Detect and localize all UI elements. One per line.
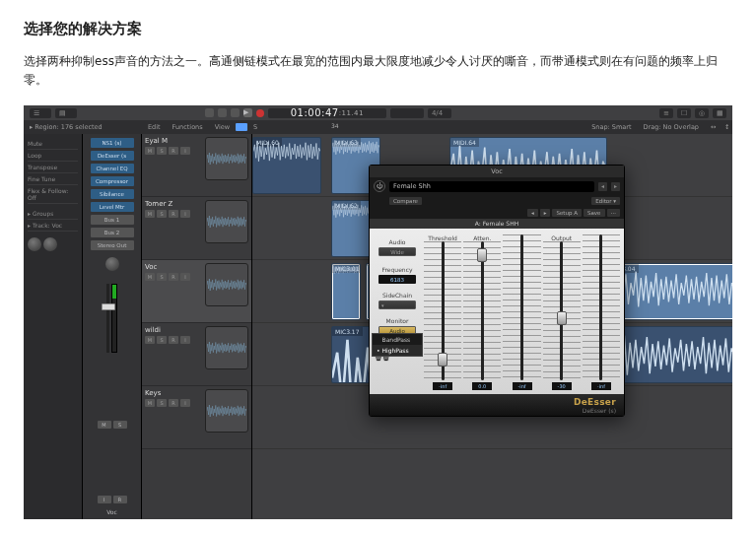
sidechain-selector[interactable]: ▾ — [378, 300, 416, 309]
redo-button[interactable]: ▸ — [540, 209, 551, 217]
mute-button[interactable]: M — [98, 421, 111, 429]
track-header[interactable]: Keys MSRI — [142, 386, 251, 449]
frequency-value[interactable]: 6183 — [378, 275, 416, 284]
zoom-v-icon[interactable]: ↕ — [719, 123, 732, 131]
pan-knob-icon[interactable] — [105, 257, 119, 271]
record-button[interactable] — [256, 109, 264, 117]
slider-thumb[interactable] — [557, 311, 567, 325]
track-icon[interactable] — [205, 137, 248, 180]
region[interactable]: MIC3.04 — [607, 263, 732, 320]
insp-transpose[interactable]: Transpose — [28, 162, 78, 173]
track-header[interactable]: wildi MSRI — [142, 323, 251, 386]
save-button[interactable]: Save — [584, 209, 605, 217]
fader[interactable] — [106, 284, 109, 353]
track-r-button[interactable]: R — [169, 273, 178, 281]
track-m-button[interactable]: M — [145, 210, 155, 218]
insp-loop[interactable]: Loop — [28, 150, 78, 162]
region[interactable]: MIC3.01 — [331, 263, 361, 320]
forward-button[interactable] — [218, 108, 227, 117]
track-header[interactable]: Tomer Z MSRI — [142, 197, 251, 260]
track-header[interactable]: Eyal M MSRI — [142, 134, 251, 197]
loops-icon[interactable]: ◎ — [695, 108, 709, 118]
timecode-display[interactable]: 01:00:47:11.41 — [268, 108, 386, 118]
region[interactable]: MIDI.60 — [252, 137, 321, 194]
track-s-button[interactable]: S — [157, 210, 167, 218]
track-icon[interactable] — [205, 326, 248, 369]
rec-button[interactable]: R — [113, 496, 127, 503]
track-icon[interactable] — [205, 263, 248, 306]
track-r-button[interactable]: R — [169, 210, 178, 218]
wide-button[interactable]: Wide — [378, 247, 416, 256]
track-s-button[interactable]: S — [157, 147, 167, 155]
slider-Threshold[interactable]: Threshold -inf — [424, 234, 461, 390]
signature-display[interactable]: 4/4 — [428, 108, 451, 118]
rewind-button[interactable] — [205, 108, 214, 117]
plugin-window[interactable]: Voc ⏻ Female Shh ◂ ▸ Compare Editor ▾ ◂ … — [369, 165, 625, 417]
menu-button[interactable]: ⋯ — [607, 209, 621, 217]
setup-button[interactable]: Setup A — [552, 209, 582, 217]
insert-slot[interactable]: Compressor — [91, 176, 134, 186]
track-icon[interactable] — [205, 389, 248, 433]
functions-menu[interactable]: Functions — [167, 123, 209, 131]
insp-groups[interactable]: ▸ Groups — [28, 208, 78, 220]
track-m-button[interactable]: M — [145, 147, 155, 155]
output-slot[interactable]: Stereo Out — [91, 240, 134, 250]
catch-playhead-icon[interactable] — [236, 123, 247, 131]
slider-thumb[interactable] — [438, 353, 447, 366]
preset-selector[interactable]: Female Shh — [389, 181, 594, 192]
dropdown-item-highpass[interactable]: •HighPass — [373, 345, 422, 356]
next-preset-icon[interactable]: ▸ — [611, 182, 620, 191]
slider-thumb[interactable] — [477, 248, 487, 262]
stop-button[interactable] — [231, 108, 240, 117]
track-s-button[interactable]: S — [157, 336, 167, 344]
insp-track[interactable]: ▸ Track: Voc — [28, 220, 78, 232]
track-s-button[interactable]: S — [157, 399, 167, 407]
solo-button[interactable]: S — [113, 421, 127, 429]
browser-icon[interactable]: ▦ — [713, 108, 726, 118]
sidechain-dropdown[interactable]: •BandPass •HighPass — [372, 333, 423, 357]
inspector-toggle-icon[interactable]: ▤ — [55, 108, 77, 118]
tempo-display[interactable] — [390, 108, 424, 118]
track-i-button[interactable]: I — [180, 210, 190, 218]
track-m-button[interactable]: M — [145, 273, 155, 281]
undo-button[interactable]: ◂ — [527, 209, 538, 217]
insert-slot[interactable]: Sibilance — [91, 189, 134, 199]
track-r-button[interactable]: R — [169, 336, 178, 344]
compare-button[interactable]: Compare — [389, 197, 422, 205]
edit-menu[interactable]: Edit — [142, 123, 167, 131]
power-icon[interactable]: ⏻ — [374, 180, 385, 192]
track-icon[interactable] — [205, 200, 248, 243]
knob-icon[interactable] — [28, 237, 41, 251]
track-i-button[interactable]: I — [180, 399, 190, 407]
play-button[interactable]: ▶ — [243, 108, 252, 117]
track-i-button[interactable]: I — [180, 273, 190, 281]
slider-Output[interactable]: Output -30 — [543, 234, 581, 390]
view-menu[interactable]: View — [209, 123, 236, 131]
drag-value[interactable]: No Overlap — [663, 123, 699, 131]
track-r-button[interactable]: R — [169, 147, 178, 155]
track-r-button[interactable]: R — [169, 399, 178, 407]
slider-Atten.[interactable]: Atten. 0.0 — [463, 234, 501, 390]
snap-value[interactable]: Smart — [612, 123, 632, 131]
track-m-button[interactable]: M — [145, 336, 155, 344]
input-button[interactable]: I — [98, 496, 111, 503]
track-s-button[interactable]: S — [157, 273, 167, 281]
insp-finetune[interactable]: Fine Tune — [28, 173, 78, 185]
track-m-button[interactable]: M — [145, 399, 155, 407]
insert-slot[interactable]: NS1 (s) — [91, 138, 134, 148]
dropdown-item-bandpass[interactable]: •BandPass — [373, 334, 422, 345]
insp-flex[interactable]: Flex & Follow: Off — [28, 185, 78, 204]
library-toggle-icon[interactable]: ☰ — [30, 108, 51, 118]
plugin-titlebar[interactable]: Voc — [370, 166, 624, 177]
zoom-h-icon[interactable]: ↔ — [705, 123, 719, 131]
insert-slot[interactable]: Channel EQ — [91, 164, 134, 173]
insert-slot[interactable]: DeEsser (s — [91, 151, 134, 161]
track-i-button[interactable]: I — [180, 336, 190, 344]
send-slot[interactable]: Bus 1 — [91, 215, 134, 225]
editor-button[interactable]: Editor ▾ — [591, 197, 620, 205]
insp-mute[interactable]: Mute — [28, 138, 78, 150]
insert-slot[interactable]: Level Mtr — [91, 202, 134, 212]
track-i-button[interactable]: I — [180, 147, 190, 155]
notes-icon[interactable]: ☐ — [677, 108, 691, 118]
prev-preset-icon[interactable]: ◂ — [598, 182, 607, 191]
